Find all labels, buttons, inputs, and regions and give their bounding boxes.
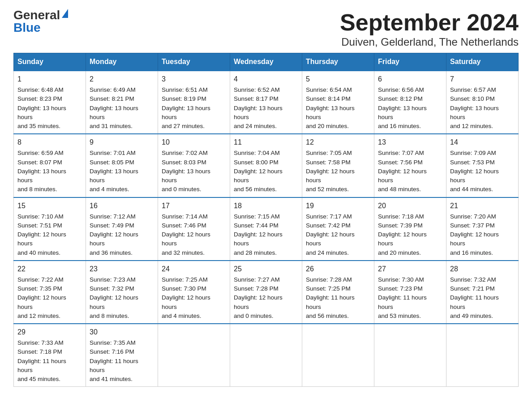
daylight-minutes-text: and 44 minutes.	[450, 186, 493, 193]
daylight-minutes-text: and 24 minutes.	[306, 249, 349, 256]
page-subtitle: Duiven, Gelderland, The Netherlands	[340, 36, 519, 48]
daylight-text: Daylight: 12 hours hours	[17, 231, 66, 247]
daylight-text: Daylight: 11 hours hours	[450, 294, 499, 310]
daylight-minutes-text: and 31 minutes.	[90, 123, 133, 129]
sunset-text: Sunset: 7:28 PM	[234, 285, 279, 292]
calendar-day-cell: 1Sunrise: 6:48 AMSunset: 8:23 PMDaylight…	[14, 71, 86, 134]
calendar-day-cell: 9Sunrise: 7:01 AMSunset: 8:05 PMDaylight…	[86, 134, 158, 197]
daylight-text: Daylight: 13 hours hours	[17, 168, 66, 184]
sunset-text: Sunset: 7:25 PM	[306, 285, 351, 292]
daylight-text: Daylight: 13 hours hours	[378, 105, 427, 120]
day-number: 18	[234, 201, 298, 211]
daylight-minutes-text: and 8 minutes.	[17, 186, 57, 193]
sunset-text: Sunset: 7:23 PM	[378, 285, 423, 292]
calendar-week-row: 22Sunrise: 7:22 AMSunset: 7:35 PMDayligh…	[14, 261, 519, 324]
day-number: 1	[17, 74, 82, 85]
daylight-text: Daylight: 11 hours hours	[17, 358, 66, 373]
daylight-minutes-text: and 8 minutes.	[90, 313, 129, 319]
daylight-text: Daylight: 12 hours hours	[378, 231, 427, 247]
daylight-minutes-text: and 28 minutes.	[234, 249, 277, 256]
day-number: 28	[450, 264, 515, 274]
daylight-text: Daylight: 12 hours hours	[450, 168, 499, 184]
daylight-text: Daylight: 12 hours hours	[306, 168, 355, 184]
day-number: 15	[17, 201, 82, 211]
sunset-text: Sunset: 7:18 PM	[17, 348, 62, 355]
sunset-text: Sunset: 7:30 PM	[162, 285, 206, 292]
sunset-text: Sunset: 7:39 PM	[378, 222, 423, 229]
calendar-day-cell: 23Sunrise: 7:23 AMSunset: 7:32 PMDayligh…	[86, 261, 158, 324]
day-number: 10	[162, 137, 226, 148]
sunrise-text: Sunrise: 7:23 AM	[90, 276, 136, 283]
weekday-header-thursday: Thursday	[302, 53, 374, 71]
daylight-text: Daylight: 12 hours hours	[162, 231, 210, 247]
day-number: 19	[306, 201, 370, 211]
day-number: 11	[234, 137, 298, 148]
calendar-day-cell	[446, 324, 519, 387]
daylight-text: Daylight: 12 hours hours	[306, 231, 355, 247]
day-number: 6	[378, 74, 442, 85]
calendar-header-row: SundayMondayTuesdayWednesdayThursdayFrid…	[14, 53, 519, 71]
sunrise-text: Sunrise: 7:22 AM	[17, 276, 64, 283]
calendar-week-row: 29Sunrise: 7:33 AMSunset: 7:18 PMDayligh…	[14, 324, 519, 387]
daylight-minutes-text: and 20 minutes.	[306, 123, 349, 129]
calendar-table: SundayMondayTuesdayWednesdayThursdayFrid…	[13, 53, 519, 387]
day-number: 27	[378, 264, 442, 274]
daylight-text: Daylight: 13 hours hours	[234, 105, 283, 120]
calendar-day-cell: 5Sunrise: 6:54 AMSunset: 8:14 PMDaylight…	[302, 71, 374, 134]
weekday-header-monday: Monday	[86, 53, 158, 71]
day-number: 7	[450, 74, 515, 85]
sunrise-text: Sunrise: 7:20 AM	[450, 213, 496, 220]
daylight-text: Daylight: 13 hours hours	[17, 105, 66, 120]
daylight-text: Daylight: 11 hours hours	[378, 294, 427, 310]
daylight-minutes-text: and 36 minutes.	[90, 249, 133, 256]
daylight-minutes-text: and 16 minutes.	[378, 123, 421, 129]
calendar-day-cell: 7Sunrise: 6:57 AMSunset: 8:10 PMDaylight…	[446, 71, 519, 134]
sunrise-text: Sunrise: 6:54 AM	[306, 86, 352, 93]
daylight-text: Daylight: 12 hours hours	[234, 168, 283, 184]
sunset-text: Sunset: 7:49 PM	[90, 222, 134, 229]
day-number: 9	[90, 137, 154, 148]
day-number: 30	[90, 327, 154, 338]
calendar-day-cell: 30Sunrise: 7:35 AMSunset: 7:16 PMDayligh…	[86, 324, 158, 387]
weekday-header-tuesday: Tuesday	[158, 53, 230, 71]
calendar-day-cell	[374, 324, 446, 387]
sunrise-text: Sunrise: 7:07 AM	[378, 150, 424, 156]
logo-triangle-icon	[62, 9, 68, 18]
daylight-text: Daylight: 12 hours hours	[90, 231, 138, 247]
calendar-day-cell: 16Sunrise: 7:12 AMSunset: 7:49 PMDayligh…	[86, 197, 158, 261]
sunset-text: Sunset: 8:05 PM	[90, 159, 134, 166]
calendar-day-cell: 22Sunrise: 7:22 AMSunset: 7:35 PMDayligh…	[14, 261, 86, 324]
sunrise-text: Sunrise: 7:25 AM	[162, 276, 208, 283]
daylight-text: Daylight: 13 hours hours	[450, 105, 499, 120]
sunset-text: Sunset: 8:07 PM	[17, 159, 62, 166]
day-number: 29	[17, 327, 82, 338]
sunset-text: Sunset: 8:12 PM	[378, 95, 423, 102]
sunset-text: Sunset: 7:37 PM	[450, 222, 495, 229]
sunset-text: Sunset: 7:44 PM	[234, 222, 279, 229]
daylight-minutes-text: and 24 minutes.	[234, 123, 277, 129]
sunset-text: Sunset: 7:16 PM	[90, 348, 134, 355]
sunset-text: Sunset: 8:23 PM	[17, 95, 62, 102]
daylight-minutes-text: and 53 minutes.	[378, 313, 421, 319]
daylight-minutes-text: and 56 minutes.	[234, 186, 277, 193]
daylight-text: Daylight: 12 hours hours	[450, 231, 499, 247]
sunrise-text: Sunrise: 7:15 AM	[234, 213, 280, 220]
sunrise-text: Sunrise: 7:30 AM	[378, 276, 424, 283]
sunrise-text: Sunrise: 6:49 AM	[90, 86, 136, 93]
day-number: 17	[162, 201, 226, 211]
sunset-text: Sunset: 8:14 PM	[306, 95, 351, 102]
daylight-minutes-text: and 4 minutes.	[90, 186, 129, 193]
weekday-header-friday: Friday	[374, 53, 446, 71]
calendar-day-cell: 25Sunrise: 7:27 AMSunset: 7:28 PMDayligh…	[230, 261, 302, 324]
sunset-text: Sunset: 7:46 PM	[162, 222, 206, 229]
sunrise-text: Sunrise: 7:32 AM	[450, 276, 496, 283]
calendar-day-cell: 12Sunrise: 7:05 AMSunset: 7:58 PMDayligh…	[302, 134, 374, 197]
daylight-minutes-text: and 16 minutes.	[450, 249, 493, 256]
calendar-day-cell: 2Sunrise: 6:49 AMSunset: 8:21 PMDaylight…	[86, 71, 158, 134]
day-number: 16	[90, 201, 154, 211]
calendar-day-cell: 13Sunrise: 7:07 AMSunset: 7:56 PMDayligh…	[374, 134, 446, 197]
day-number: 4	[234, 74, 298, 85]
daylight-text: Daylight: 13 hours hours	[306, 105, 355, 120]
day-number: 2	[90, 74, 154, 85]
daylight-minutes-text: and 20 minutes.	[378, 249, 421, 256]
